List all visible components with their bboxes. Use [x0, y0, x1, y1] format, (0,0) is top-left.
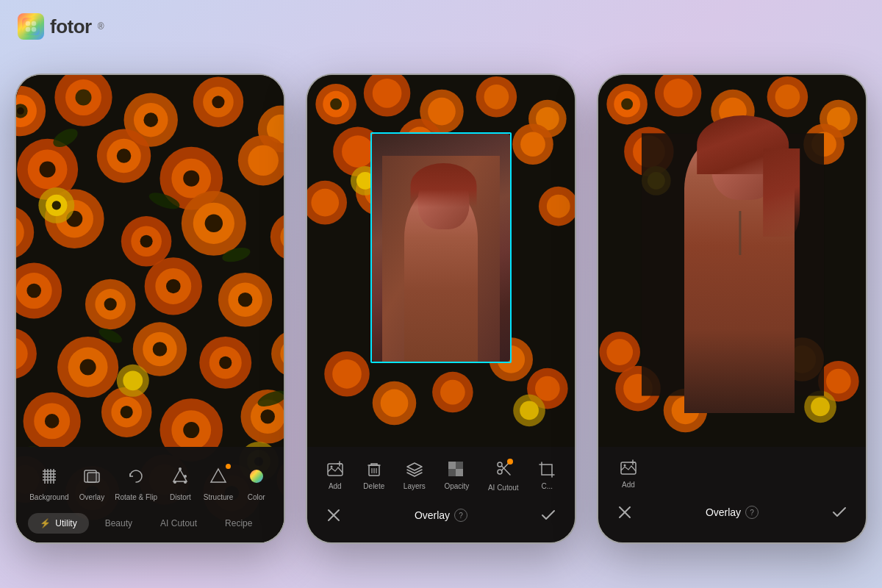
- svg-point-189: [664, 79, 693, 108]
- left-card: Background Overlay: [15, 74, 285, 544]
- svg-point-129: [330, 98, 342, 110]
- toolbar-item-color[interactable]: Color: [243, 462, 270, 501]
- add-image-icon: [326, 460, 345, 479]
- svg-point-135: [484, 85, 509, 110]
- middle-crop-item[interactable]: C...: [537, 460, 556, 490]
- svg-point-62: [80, 359, 96, 375]
- svg-point-1: [26, 21, 31, 26]
- right-add-item[interactable]: Add: [619, 459, 638, 489]
- middle-ai-cutout-item[interactable]: AI Cutout: [488, 459, 519, 492]
- svg-point-203: [606, 339, 633, 365]
- toolbar-item-rotate[interactable]: Rotate & Flip: [115, 462, 157, 501]
- svg-point-97: [52, 201, 61, 209]
- svg-point-18: [212, 96, 224, 108]
- svg-line-180: [501, 466, 510, 475]
- color-label: Color: [248, 493, 265, 501]
- opacity-label: Opacity: [444, 482, 469, 490]
- svg-point-57: [238, 293, 253, 307]
- selection-border: [370, 132, 512, 363]
- middle-delete-item[interactable]: Delete: [363, 460, 384, 490]
- svg-point-131: [373, 79, 402, 108]
- toolbar-item-overlay[interactable]: Overlay: [78, 462, 106, 501]
- ai-cutout-icon-wrap: [494, 459, 513, 481]
- svg-point-213: [811, 398, 830, 417]
- right-bottom-row: Overlay ?: [598, 495, 866, 534]
- middle-flower-bg: [307, 75, 575, 447]
- svg-point-133: [428, 98, 456, 126]
- tab-utility-icon: ⚡: [40, 518, 51, 528]
- toolbar-item-background[interactable]: Background: [29, 462, 68, 501]
- logo-reg: ®: [98, 21, 104, 32]
- toolbar-item-distort[interactable]: Distort: [166, 462, 194, 501]
- svg-point-139: [342, 135, 374, 168]
- header: fotor®: [18, 13, 104, 40]
- middle-opacity-item[interactable]: Opacity: [444, 460, 469, 490]
- svg-rect-175: [456, 462, 463, 469]
- overlay-label: Overlay: [79, 493, 104, 501]
- svg-rect-174: [448, 462, 456, 469]
- add-label: Add: [329, 482, 342, 490]
- svg-point-153: [332, 359, 362, 389]
- svg-point-161: [440, 380, 465, 405]
- distort-icon: [166, 462, 194, 490]
- svg-point-43: [205, 215, 223, 232]
- help-icon[interactable]: ?: [454, 509, 467, 522]
- middle-action-icons: Add Delete: [307, 447, 575, 498]
- svg-point-3: [26, 27, 31, 32]
- svg-point-31: [248, 145, 279, 176]
- tab-recipe-label: Recipe: [225, 518, 252, 528]
- orange-dot-indicator: [507, 459, 513, 465]
- right-help-icon[interactable]: ?: [745, 506, 759, 519]
- opacity-icon: [447, 460, 466, 479]
- svg-point-54: [166, 279, 181, 294]
- toolbar-item-structure[interactable]: Structure: [204, 462, 234, 501]
- tab-ai-cutout-label: AI Cutout: [160, 518, 197, 528]
- right-overlay-title: Overlay ?: [706, 506, 759, 519]
- svg-point-26: [117, 148, 132, 163]
- svg-point-2: [32, 21, 37, 26]
- svg-point-145: [520, 132, 545, 157]
- middle-card: Add Delete: [306, 74, 576, 544]
- middle-confirm-button[interactable]: [537, 503, 560, 527]
- middle-overlay-title: Overlay ?: [415, 509, 467, 522]
- svg-point-51: [104, 298, 117, 310]
- svg-point-48: [26, 284, 41, 298]
- svg-point-122: [179, 467, 182, 470]
- delete-icon: [365, 460, 384, 479]
- svg-point-151: [547, 195, 570, 218]
- svg-point-4: [32, 27, 37, 32]
- middle-add-item[interactable]: Add: [326, 460, 345, 490]
- person-merged: [666, 104, 813, 413]
- svg-rect-118: [87, 473, 99, 482]
- svg-point-157: [535, 376, 560, 401]
- svg-rect-0: [22, 18, 40, 35]
- svg-point-209: [826, 369, 851, 394]
- middle-card-content: Add Delete: [307, 75, 575, 542]
- svg-rect-177: [456, 469, 463, 476]
- right-add-icon: [619, 459, 638, 478]
- svg-point-125: [250, 470, 263, 483]
- structure-label: Structure: [204, 493, 234, 501]
- logo-text: fotor: [50, 15, 92, 38]
- rotate-label: Rotate & Flip: [115, 493, 157, 501]
- middle-close-button[interactable]: [322, 503, 345, 527]
- right-confirm-button[interactable]: [828, 501, 851, 524]
- bottom-tabs: ⚡ Utility Beauty AI Cutout Recipe: [16, 510, 284, 542]
- logo-icon: [18, 13, 44, 40]
- tab-recipe[interactable]: Recipe: [213, 513, 264, 534]
- delete-label: Delete: [363, 482, 384, 490]
- middle-layers-item[interactable]: Layers: [404, 460, 426, 490]
- left-card-toolbar: Background Overlay: [16, 447, 284, 542]
- svg-point-23: [40, 161, 56, 177]
- right-action-bar: Add Overlay ?: [598, 447, 866, 542]
- color-icon: [243, 462, 270, 490]
- tab-utility[interactable]: ⚡ Utility: [28, 513, 89, 534]
- tab-beauty[interactable]: Beauty: [93, 513, 144, 534]
- tab-ai-cutout[interactable]: AI Cutout: [148, 513, 209, 534]
- svg-point-79: [183, 422, 199, 438]
- cards-container: Background Overlay: [15, 74, 867, 544]
- right-add-label: Add: [622, 481, 635, 489]
- right-close-button[interactable]: [613, 501, 637, 524]
- overlay-title-text: Overlay: [415, 509, 450, 521]
- layers-icon: [405, 460, 424, 479]
